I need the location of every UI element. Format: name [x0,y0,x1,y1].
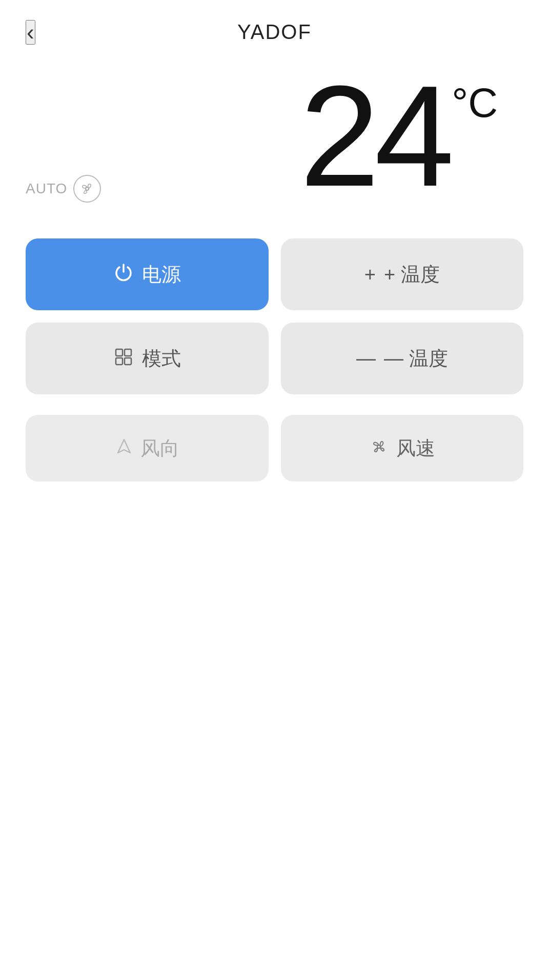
wind-speed-button[interactable]: 风速 [281,415,524,482]
wind-dir-label: 风向 [140,435,179,462]
wind-speed-svg [369,436,389,457]
wind-dir-icon [115,437,133,459]
temp-up-label: + 温度 [384,262,440,288]
control-grid: 电源 + + 温度 模式 — — 温度 [0,218,549,415]
temp-up-button[interactable]: + + 温度 [281,238,524,310]
wind-control-row: 风向 风速 [0,415,549,482]
mode-indicator: AUTO [26,175,101,203]
svg-rect-3 [116,358,123,365]
plus-icon: + [364,265,376,284]
wind-speed-label: 风速 [396,435,435,462]
temperature-area: 24 °C AUTO [0,54,549,208]
svg-rect-2 [125,349,131,356]
svg-rect-4 [125,358,131,365]
mode-svg [113,347,134,367]
temp-down-button[interactable]: — — 温度 [281,323,524,394]
fan-mode-icon[interactable] [73,175,101,203]
temperature-value: 24 [300,64,449,208]
page-title: YADOF [237,21,312,44]
fan-svg [78,179,96,198]
temperature-unit: °C [452,79,498,127]
wind-direction-button[interactable]: 风向 [26,415,269,482]
temperature-display: 24 °C [300,64,498,208]
mode-label: 模式 [142,346,181,372]
auto-label: AUTO [26,181,67,197]
power-button[interactable]: 电源 [26,238,269,310]
mode-icon [113,347,134,370]
mode-button[interactable]: 模式 [26,323,269,394]
header: ‹ YADOF [0,0,549,54]
svg-rect-1 [116,349,123,356]
minus-icon: — [356,349,376,368]
power-label: 电源 [142,262,181,288]
temp-down-label: — 温度 [384,346,448,372]
back-button[interactable]: ‹ [26,20,35,45]
wind-dir-svg [115,437,133,456]
power-svg [113,263,134,283]
power-icon [113,263,134,286]
wind-speed-icon [369,436,389,460]
back-icon: ‹ [27,19,34,45]
